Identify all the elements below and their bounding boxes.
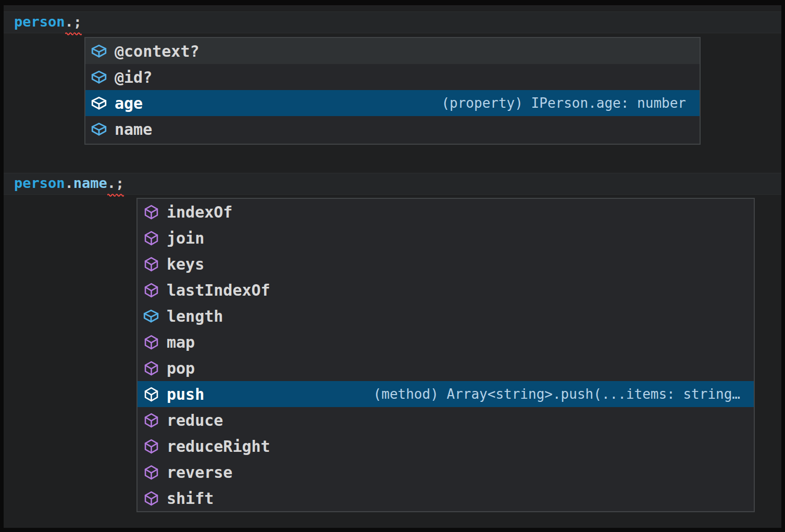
symbol-method-icon	[142, 203, 160, 221]
suggestion-label: name	[115, 120, 152, 138]
suggestion-item-reduce[interactable]: reduce	[138, 407, 754, 433]
suggestion-item-keys[interactable]: keys	[138, 251, 754, 277]
suggestion-item-reverse[interactable]: reverse	[138, 459, 754, 485]
suggestion-detail: (property) IPerson.age: number	[441, 95, 686, 111]
code-line-1[interactable]: person.;	[14, 11, 82, 32]
suggestion-detail: (method) Array<string>.push(...items: st…	[373, 386, 740, 402]
current-line-highlight	[4, 11, 781, 33]
semicolon-token: ;	[73, 14, 82, 30]
suggestion-item-context[interactable]: @context?	[85, 38, 700, 64]
symbol-method-icon	[142, 359, 160, 377]
suggestion-item-join[interactable]: join	[138, 225, 754, 251]
symbol-field-icon	[90, 94, 108, 112]
error-squiggle	[107, 193, 116, 197]
dot-token: .	[107, 175, 116, 191]
suggestion-item-length[interactable]: length	[138, 303, 754, 329]
symbol-field-icon	[90, 120, 108, 138]
suggestion-label: map	[167, 333, 195, 351]
symbol-field-icon	[142, 307, 160, 325]
variable-token: person	[14, 14, 65, 30]
property-token: name	[73, 175, 107, 191]
suggestion-item-shift[interactable]: shift	[138, 485, 754, 511]
dot-token: .	[65, 175, 73, 191]
suggestion-label: pop	[167, 359, 195, 377]
suggestion-item-id[interactable]: @id?	[85, 64, 700, 90]
suggestion-item-lastindexof[interactable]: lastIndexOf	[138, 277, 754, 303]
suggestion-label: reverse	[167, 463, 232, 482]
suggestion-item-pop[interactable]: pop	[138, 355, 754, 381]
symbol-method-icon	[142, 281, 160, 299]
suggest-widget-person: @context? @id? age (property) IPerson.ag…	[84, 37, 701, 145]
suggestion-label: keys	[167, 255, 204, 273]
semicolon-token: ;	[116, 175, 124, 191]
suggestion-item-indexof[interactable]: indexOf	[138, 199, 754, 225]
symbol-method-icon	[142, 411, 160, 429]
symbol-method-icon	[142, 463, 160, 481]
suggestion-label: shift	[167, 489, 214, 508]
error-squiggle	[116, 193, 124, 197]
suggestion-label: length	[167, 307, 223, 325]
suggest-widget-person-name: indexOf join keys lastIndexOf length map…	[136, 198, 755, 512]
suggestion-label: reduceRight	[167, 437, 270, 455]
suggestion-label: age	[115, 94, 143, 112]
suggestion-label: lastIndexOf	[167, 281, 270, 299]
symbol-method-icon	[142, 229, 160, 247]
symbol-field-icon	[90, 68, 108, 86]
symbol-method-icon	[142, 489, 160, 507]
symbol-method-icon	[142, 255, 160, 273]
symbol-method-icon	[142, 385, 160, 403]
suggestion-item-map[interactable]: map	[138, 329, 754, 355]
suggestion-label: @context?	[115, 42, 200, 60]
suggestion-label: indexOf	[167, 203, 232, 221]
error-squiggle	[65, 32, 73, 35]
symbol-method-icon	[142, 437, 160, 455]
suggestion-label: @id?	[115, 68, 152, 86]
symbol-field-icon	[90, 42, 108, 60]
variable-token: person	[14, 175, 65, 191]
suggestion-label: push	[167, 385, 204, 403]
suggestion-item-age-selected[interactable]: age (property) IPerson.age: number	[85, 90, 700, 116]
suggestion-item-push-selected[interactable]: push (method) Array<string>.push(...item…	[138, 381, 754, 407]
editor-surface[interactable]: person.; @context? @id? age (property) I…	[4, 5, 781, 528]
suggestion-label: reduce	[167, 411, 223, 429]
error-squiggle	[73, 32, 82, 35]
dot-token: .	[65, 14, 73, 30]
suggestion-label: join	[167, 229, 204, 247]
suggestion-item-reduceright[interactable]: reduceRight	[138, 433, 754, 459]
code-editor-screenshot: { "editor": { "description": "dark code …	[0, 0, 785, 532]
symbol-method-icon	[142, 333, 160, 351]
code-line-2[interactable]: person.name.;	[14, 173, 124, 194]
suggestion-item-name[interactable]: name	[85, 116, 700, 142]
